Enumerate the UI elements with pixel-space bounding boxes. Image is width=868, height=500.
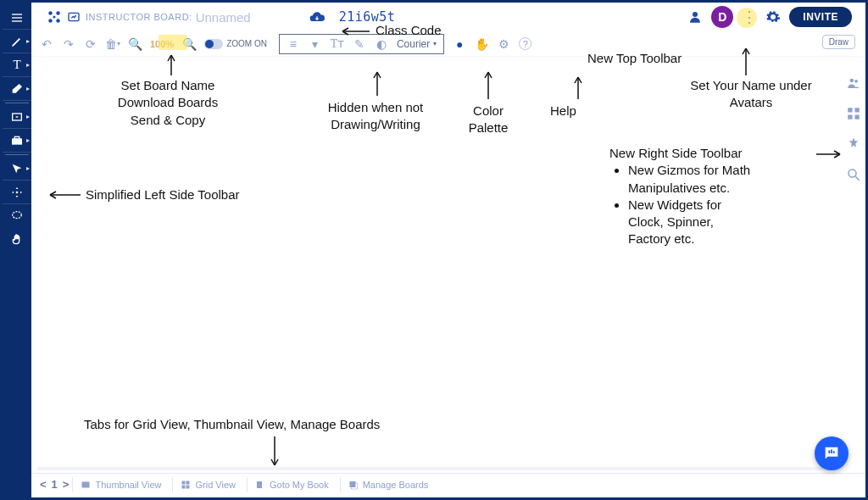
undo-icon[interactable]: ↶ <box>40 37 53 51</box>
trash-icon[interactable]: 🗑▾ <box>106 37 120 51</box>
next-page[interactable]: > <box>63 478 70 491</box>
scroll-track <box>36 467 840 470</box>
arrow-help <box>572 72 584 101</box>
pointer-tool[interactable]: ▸ <box>3 157 31 181</box>
font-select[interactable]: Courier ▾ <box>397 38 437 50</box>
board-label: INSTRUCTOR BOARD: <box>86 12 192 22</box>
arrow-right-toolbar <box>815 148 845 160</box>
anno-set-name: Set Your Name under Avatars <box>670 77 832 112</box>
zoom-toggle[interactable]: ZOOM ON <box>204 39 267 49</box>
anno-board: Set Board Name Download Boards Send & Co… <box>87 77 248 129</box>
svg-rect-24 <box>82 481 90 487</box>
chat-fab[interactable] <box>815 436 849 470</box>
svg-point-12 <box>56 19 60 23</box>
settings2-icon[interactable]: ⚙ <box>497 37 510 51</box>
gizmo-icon[interactable] <box>846 136 861 152</box>
menu-button[interactable] <box>3 6 31 30</box>
align-icon[interactable]: ≡ <box>287 37 300 51</box>
svg-rect-21 <box>855 115 860 119</box>
class-code[interactable]: 21i6w5t <box>339 9 396 25</box>
contrast-icon[interactable]: ◐ <box>375 37 388 51</box>
arrow-tabs <box>269 433 281 470</box>
pen-tool[interactable]: ▸ <box>3 30 31 53</box>
tab-thumbnail[interactable]: Thumbnail View <box>72 477 169 492</box>
more-menu[interactable]: ⋮ <box>742 8 757 26</box>
prev-page[interactable]: < <box>40 478 47 491</box>
right-toolbar <box>842 65 865 182</box>
arrow-left-toolbar <box>45 189 82 201</box>
invite-button[interactable]: INVITE <box>789 7 852 27</box>
tab-grid[interactable]: Grid View <box>172 477 242 492</box>
svg-point-22 <box>849 169 856 177</box>
svg-rect-31 <box>828 450 830 453</box>
svg-point-15 <box>693 12 698 17</box>
header: INSTRUCTOR BOARD: Unnamed 21i6w5t D ⋮ IN… <box>31 3 865 31</box>
zoom-out-icon[interactable]: 🔍 <box>128 37 142 51</box>
draw-mode-badge[interactable]: Draw <box>822 35 855 49</box>
move-tool[interactable] <box>3 181 31 204</box>
tab-goto[interactable]: Goto My Book <box>247 477 337 492</box>
arrow-palette <box>482 67 494 101</box>
lasso-tool[interactable] <box>3 204 31 228</box>
svg-point-11 <box>48 19 53 23</box>
top-toolbar: ↶ ↷ ⟳ 🗑▾ 🔍 100% 🔍 ZOOM ON ≡ ▾ Tᴛ ✎ ◐ Cou… <box>31 31 865 57</box>
filter-icon[interactable]: ▾ <box>309 37 322 51</box>
avatar[interactable]: D <box>711 6 733 28</box>
shape-tool[interactable]: ▸ <box>3 105 31 129</box>
bottom-bar: < 1 > Thumbnail View Grid View Goto My B… <box>31 473 865 495</box>
svg-point-7 <box>16 191 19 193</box>
textsize-icon[interactable]: Tᴛ <box>331 37 344 51</box>
people-icon[interactable] <box>846 75 861 91</box>
cloud-download-icon[interactable] <box>309 8 326 25</box>
zoom-percent[interactable]: 100% <box>150 39 174 49</box>
avatar-letter: D <box>718 10 726 24</box>
refresh-icon[interactable]: ⟳ <box>84 37 97 51</box>
board-name[interactable]: Unnamed <box>196 10 251 25</box>
svg-line-23 <box>855 176 860 181</box>
redo-icon[interactable]: ↷ <box>62 37 75 51</box>
pan-icon[interactable]: ✋ <box>475 37 488 51</box>
color-palette-icon[interactable]: ● <box>453 37 466 51</box>
anno-palette: Color Palette <box>459 103 518 137</box>
anno-help: Help <box>550 103 576 119</box>
zoom-in-icon[interactable]: 🔍 <box>182 37 196 51</box>
svg-rect-25 <box>182 481 186 484</box>
toolbox-tool[interactable]: ▸ <box>3 129 31 153</box>
tab-manage[interactable]: Manage Boards <box>340 477 437 492</box>
pager: < 1 > <box>40 478 69 491</box>
draw-tool-group: ≡ ▾ Tᴛ ✎ ◐ Courier ▾ <box>279 34 444 54</box>
svg-rect-33 <box>833 451 835 453</box>
svg-rect-20 <box>848 115 852 119</box>
header-right: D ⋮ INVITE <box>687 6 859 28</box>
anno-hidden: Hidden when not Drawing/Writing <box>308 99 443 134</box>
svg-rect-32 <box>831 449 832 453</box>
svg-point-10 <box>56 11 60 15</box>
svg-rect-19 <box>855 108 860 112</box>
gear-icon[interactable] <box>765 9 781 25</box>
svg-point-13 <box>53 16 56 19</box>
left-toolbar: ▸ T▸ ▸ ▸ ▸ ▸ <box>3 3 31 497</box>
svg-point-8 <box>13 212 22 219</box>
app-window: ▸ T▸ ▸ ▸ ▸ ▸ INSTRUCTOR BOARD: Unnamed 2… <box>0 0 868 500</box>
svg-rect-6 <box>14 136 19 139</box>
search-icon[interactable] <box>846 167 861 182</box>
svg-rect-27 <box>182 485 186 488</box>
help-icon[interactable]: ? <box>519 37 531 50</box>
anno-left-toolbar: Simplified Left Side Toolbar <box>86 186 240 203</box>
svg-point-16 <box>850 79 854 83</box>
hand-tool[interactable] <box>3 228 31 252</box>
brush-icon[interactable]: ✎ <box>353 37 366 51</box>
svg-rect-28 <box>186 485 190 488</box>
grid-icon[interactable] <box>846 106 861 121</box>
app-logo-icon <box>47 9 62 25</box>
svg-rect-29 <box>349 481 355 487</box>
edit-board-icon[interactable] <box>67 10 81 24</box>
anno-right: New Right Side Toolbar New Gizmos for Ma… <box>609 145 821 248</box>
person-icon[interactable] <box>687 9 703 25</box>
svg-rect-18 <box>848 108 852 112</box>
anno-tabs: Tabs for Grid View, Thumbnail View, Mana… <box>84 416 380 433</box>
svg-rect-26 <box>186 481 190 484</box>
text-tool[interactable]: T▸ <box>3 53 31 77</box>
arrow-hidden <box>371 67 383 97</box>
eraser-tool[interactable]: ▸ <box>3 77 31 101</box>
